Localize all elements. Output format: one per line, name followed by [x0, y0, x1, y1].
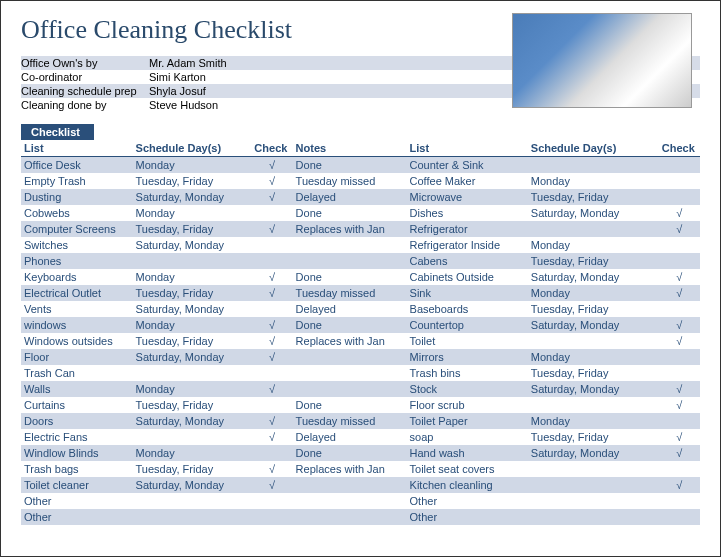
cell-sched: Tuesday, Friday: [133, 285, 252, 301]
cell-notes: Replaces with Jan: [293, 461, 407, 477]
cell-list: Curtains: [21, 397, 133, 413]
table-row: WallsMonday√StockSaturday, Monday√: [21, 381, 700, 397]
cell-list: Trash Can: [21, 365, 133, 381]
cell-list: Cobwebs: [21, 205, 133, 221]
table-row: Toilet cleanerSaturday, Monday√Kitchen c…: [21, 477, 700, 493]
cell-notes: Delayed: [293, 429, 407, 445]
cell-sched: Saturday, Monday: [133, 477, 252, 493]
cell-sched: Tuesday, Friday: [133, 461, 252, 477]
cell-check: √: [251, 477, 292, 493]
cell-sched2: [528, 493, 659, 509]
cell-list2: Baseboards: [407, 301, 528, 317]
cell-check: [251, 445, 292, 461]
cell-sched2: Monday: [528, 237, 659, 253]
cell-sched: Monday: [133, 381, 252, 397]
cell-sched: Tuesday, Friday: [133, 333, 252, 349]
table-row: Windows outsidesTuesday, Friday√Replaces…: [21, 333, 700, 349]
table-row: Windlow BlindsMondayDoneHand washSaturda…: [21, 445, 700, 461]
col-check2: Check: [659, 140, 700, 157]
cell-check: √: [251, 221, 292, 237]
cell-check2: √: [659, 269, 700, 285]
cell-list: Switches: [21, 237, 133, 253]
cell-check2: √: [659, 381, 700, 397]
cell-sched2: Monday: [528, 349, 659, 365]
cell-sched2: [528, 397, 659, 413]
table-row: VentsSaturday, MondayDelayedBaseboardsTu…: [21, 301, 700, 317]
meta-label: Office Own's by: [21, 57, 149, 69]
cell-sched: Tuesday, Friday: [133, 221, 252, 237]
cell-notes: [293, 493, 407, 509]
meta-value: Shyla Josuf: [149, 85, 206, 97]
cell-sched2: Monday: [528, 285, 659, 301]
cell-check: [251, 365, 292, 381]
table-row: DoorsSaturday, Monday√Tuesday missedToil…: [21, 413, 700, 429]
cell-list2: Dishes: [407, 205, 528, 221]
cell-list2: Trash bins: [407, 365, 528, 381]
cell-list2: Other: [407, 509, 528, 525]
cell-list2: Refrigerator Inside: [407, 237, 528, 253]
cell-notes: Done: [293, 269, 407, 285]
cell-check: √: [251, 333, 292, 349]
col-notes: Notes: [293, 140, 407, 157]
cell-sched2: Tuesday, Friday: [528, 429, 659, 445]
cell-notes: [293, 253, 407, 269]
cell-list: Trash bags: [21, 461, 133, 477]
col-list2: List: [407, 140, 528, 157]
col-check: Check: [251, 140, 292, 157]
title: Office Cleaning Checklist: [21, 13, 292, 45]
cell-check: [251, 397, 292, 413]
cell-check: [251, 237, 292, 253]
table-row: Office DeskMonday√DoneCounter & Sink: [21, 157, 700, 173]
cell-notes: Done: [293, 157, 407, 173]
cell-check: [251, 493, 292, 509]
cell-sched2: Tuesday, Friday: [528, 253, 659, 269]
cell-list2: Toilet Paper: [407, 413, 528, 429]
cell-sched: Saturday, Monday: [133, 301, 252, 317]
cell-sched2: Saturday, Monday: [528, 381, 659, 397]
cell-check: √: [251, 285, 292, 301]
cell-list2: Cabens: [407, 253, 528, 269]
cell-list: Vents: [21, 301, 133, 317]
cell-notes: [293, 349, 407, 365]
cell-sched2: Saturday, Monday: [528, 269, 659, 285]
meta-value: Mr. Adam Smith: [149, 57, 227, 69]
cell-sched2: [528, 333, 659, 349]
cell-list2: Toilet: [407, 333, 528, 349]
col-sched: Schedule Day(s): [133, 140, 252, 157]
cell-check: [251, 253, 292, 269]
cell-list: Windows outsides: [21, 333, 133, 349]
cell-sched: Saturday, Monday: [133, 349, 252, 365]
cell-notes: Tuesday missed: [293, 173, 407, 189]
cell-list2: Coffee Maker: [407, 173, 528, 189]
cell-notes: Tuesday missed: [293, 413, 407, 429]
cell-list2: Refrigerator: [407, 221, 528, 237]
cell-check: √: [251, 269, 292, 285]
cell-sched2: Monday: [528, 413, 659, 429]
cell-check2: [659, 461, 700, 477]
cell-notes: [293, 381, 407, 397]
cell-list2: Kitchen cleanling: [407, 477, 528, 493]
cell-sched: Saturday, Monday: [133, 189, 252, 205]
cell-check2: √: [659, 477, 700, 493]
cell-list: Keyboards: [21, 269, 133, 285]
cell-list: windows: [21, 317, 133, 333]
cell-list: Other: [21, 493, 133, 509]
cell-sched2: [528, 509, 659, 525]
cell-check2: [659, 189, 700, 205]
table-row: Trash bagsTuesday, Friday√Replaces with …: [21, 461, 700, 477]
table-row: Empty TrashTuesday, Friday√Tuesday misse…: [21, 173, 700, 189]
cell-sched: Monday: [133, 445, 252, 461]
cell-check2: √: [659, 429, 700, 445]
cell-sched: Monday: [133, 205, 252, 221]
cell-notes: [293, 509, 407, 525]
meta-value: Simi Karton: [149, 71, 206, 83]
cell-notes: [293, 237, 407, 253]
cell-notes: Done: [293, 317, 407, 333]
cell-list: Dusting: [21, 189, 133, 205]
cell-sched: [133, 365, 252, 381]
cell-list2: soap: [407, 429, 528, 445]
cell-sched2: Saturday, Monday: [528, 205, 659, 221]
cell-notes: Replaces with Jan: [293, 221, 407, 237]
table-row: OtherOther: [21, 493, 700, 509]
cell-notes: Delayed: [293, 301, 407, 317]
